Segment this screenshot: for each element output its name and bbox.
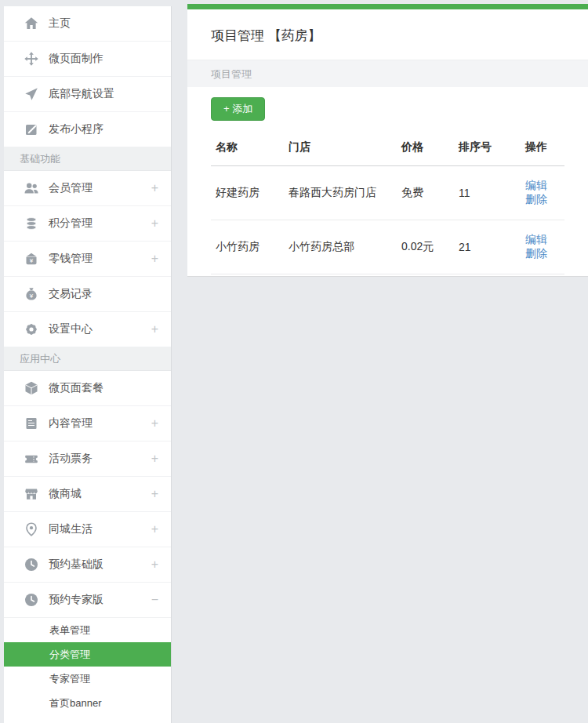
content-panel: 项目管理 【药房】 项目管理 + 添加 名称 门店 价格 排序号 操作 好建药房… xyxy=(187,4,588,277)
cell-store: 小竹药房总部 xyxy=(284,220,397,274)
cell-name: 好建药房 xyxy=(211,166,284,220)
cell-price: 免费 xyxy=(397,166,454,220)
document-icon xyxy=(24,416,39,431)
sidebar-item-label: 预约基础版 xyxy=(49,558,103,572)
sidebar-item-label: 发布小程序 xyxy=(49,122,103,136)
expand-toggle-icon[interactable]: + xyxy=(151,181,158,195)
gear-icon xyxy=(24,322,39,337)
users-icon xyxy=(24,180,39,196)
money-bag-icon: ¥ xyxy=(24,286,39,302)
navigation-icon xyxy=(24,86,39,102)
projects-table: 名称 门店 价格 排序号 操作 好建药房 春路西大药房门店 免费 11 编辑删除 xyxy=(211,131,564,274)
table-row: 小竹药房 小竹药房总部 0.02元 21 编辑删除 xyxy=(211,220,564,274)
edit-icon xyxy=(24,122,39,137)
clock-icon xyxy=(24,557,39,572)
sidebar-item-label: 底部导航设置 xyxy=(49,87,114,101)
cell-sort: 21 xyxy=(454,220,521,274)
breadcrumb: 项目管理 xyxy=(187,60,588,87)
collapse-toggle-icon[interactable]: − xyxy=(151,593,158,607)
sidebar-item-local-life[interactable]: 同城生活 + xyxy=(4,512,171,547)
edit-link[interactable]: 编辑 xyxy=(525,233,547,245)
column-header-price: 价格 xyxy=(397,131,454,166)
coins-icon xyxy=(24,216,39,231)
breadcrumb-label: 项目管理 xyxy=(211,68,252,80)
cell-actions: 编辑删除 xyxy=(521,166,564,220)
sidebar-item-label: 微页面套餐 xyxy=(49,381,103,395)
expand-toggle-icon[interactable]: + xyxy=(151,487,158,501)
sidebar-item-event-tickets[interactable]: 活动票务 + xyxy=(4,441,171,477)
home-icon xyxy=(24,16,39,31)
sidebar-item-bottom-nav-settings[interactable]: 底部导航设置 xyxy=(4,77,171,112)
cell-actions: 编辑删除 xyxy=(521,220,564,274)
sidebar-item-label: 零钱管理 xyxy=(49,252,93,266)
sidebar-item-booking-expert[interactable]: 预约专家版 − xyxy=(4,583,171,618)
expand-toggle-icon[interactable]: + xyxy=(151,452,158,466)
cube-icon xyxy=(24,380,39,396)
sidebar-item-content-management[interactable]: 内容管理 + xyxy=(4,406,171,441)
toolbar: + 添加 xyxy=(187,87,588,131)
sidebar-item-micro-mall[interactable]: 微商城 + xyxy=(4,477,171,512)
sidebar-subitem-home-banner[interactable]: 首页banner xyxy=(4,691,171,715)
expand-toggle-icon[interactable]: + xyxy=(151,216,158,231)
sidebar-item-micropage-package[interactable]: 微页面套餐 xyxy=(4,371,171,406)
sidebar-item-label: 活动票务 xyxy=(49,452,93,466)
column-header-sort: 排序号 xyxy=(454,131,521,166)
sidebar-item-member-management[interactable]: 会员管理 + xyxy=(4,171,171,206)
expand-toggle-icon[interactable]: + xyxy=(151,416,158,431)
sidebar-item-label: 内容管理 xyxy=(49,416,93,431)
sidebar-subitem-expert-management[interactable]: 专家管理 xyxy=(4,667,171,691)
clock-icon xyxy=(24,592,39,608)
wallet-icon: ¥ xyxy=(24,251,39,267)
store-icon xyxy=(24,486,39,502)
expand-toggle-icon[interactable]: + xyxy=(151,252,158,266)
page: 主页 微页面制作 底部导航设置 发布小程序 基础功能 会员管理 + 积分管理 +… xyxy=(0,0,588,723)
svg-text:¥: ¥ xyxy=(29,257,34,264)
location-pin-icon xyxy=(24,521,39,537)
sidebar-subitem-form-management[interactable]: 表单管理 xyxy=(4,618,171,642)
sidebar-item-label: 微商城 xyxy=(49,487,82,501)
sidebar-item-transaction-records[interactable]: ¥ 交易记录 xyxy=(4,277,171,312)
sidebar-item-settings-center[interactable]: 设置中心 + xyxy=(4,312,171,347)
sidebar-item-label: 交易记录 xyxy=(49,287,93,301)
sidebar-item-label: 主页 xyxy=(49,16,71,31)
sidebar-item-home[interactable]: 主页 xyxy=(4,6,171,42)
table-header-row: 名称 门店 价格 排序号 操作 xyxy=(211,131,564,166)
column-header-actions: 操作 xyxy=(521,131,564,166)
table-row: 好建药房 春路西大药房门店 免费 11 编辑删除 xyxy=(211,166,564,220)
sidebar: 主页 微页面制作 底部导航设置 发布小程序 基础功能 会员管理 + 积分管理 +… xyxy=(4,6,172,723)
cell-sort: 11 xyxy=(454,166,521,220)
move-icon xyxy=(24,51,39,67)
sidebar-item-label: 同城生活 xyxy=(49,522,93,536)
expand-toggle-icon[interactable]: + xyxy=(151,558,158,572)
sidebar-item-label: 积分管理 xyxy=(49,216,93,231)
sidebar-section-app-center: 应用中心 xyxy=(4,347,171,371)
sidebar-section-basic-functions: 基础功能 xyxy=(4,147,171,171)
sidebar-item-booking-basic[interactable]: 预约基础版 + xyxy=(4,547,171,583)
cell-name: 小竹药房 xyxy=(211,220,284,274)
sidebar-item-change-management[interactable]: ¥ 零钱管理 + xyxy=(4,242,171,277)
column-header-name: 名称 xyxy=(211,131,284,166)
sidebar-item-label: 会员管理 xyxy=(49,181,93,195)
accent-bar xyxy=(187,4,588,9)
sidebar-item-publish-miniprogram[interactable]: 发布小程序 xyxy=(4,112,171,147)
sidebar-subitem-category-management[interactable]: 分类管理 xyxy=(4,642,171,667)
add-button[interactable]: + 添加 xyxy=(211,97,265,121)
cell-store: 春路西大药房门店 xyxy=(284,166,397,220)
svg-text:¥: ¥ xyxy=(29,292,34,300)
expand-toggle-icon[interactable]: + xyxy=(151,322,158,336)
sidebar-item-label: 预约专家版 xyxy=(49,593,103,607)
page-title: 项目管理 【药房】 xyxy=(187,9,588,60)
ticket-icon xyxy=(24,451,39,467)
sidebar-item-micropage-builder[interactable]: 微页面制作 xyxy=(4,42,171,77)
cell-price: 0.02元 xyxy=(397,220,454,274)
delete-link[interactable]: 删除 xyxy=(525,193,547,205)
sidebar-item-label: 设置中心 xyxy=(49,322,93,336)
sidebar-item-points-management[interactable]: 积分管理 + xyxy=(4,206,171,242)
expand-toggle-icon[interactable]: + xyxy=(151,522,158,536)
sidebar-item-label: 微页面制作 xyxy=(49,52,103,66)
edit-link[interactable]: 编辑 xyxy=(525,179,547,191)
delete-link[interactable]: 删除 xyxy=(525,247,547,260)
column-header-store: 门店 xyxy=(284,131,397,166)
